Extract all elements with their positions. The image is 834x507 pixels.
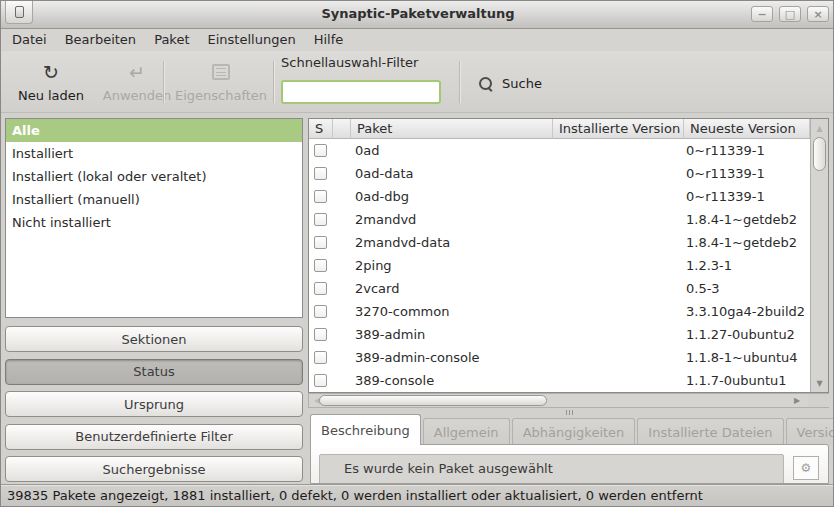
panel-options-button[interactable]: ⚙ (793, 456, 819, 480)
latest-version: 0.5-3 (684, 281, 806, 296)
filter-list-item[interactable]: Nicht installiert (6, 211, 302, 234)
category-button[interactable]: Status (5, 359, 303, 385)
table-row[interactable]: 0ad-dbg 0~r11339-1 (309, 185, 810, 208)
detail-tab[interactable]: Beschreibung (310, 414, 421, 445)
quick-filter-input[interactable] (281, 80, 441, 104)
column-header-blank[interactable] (333, 119, 351, 139)
table-row[interactable]: 2ping 1.2.3-1 (309, 254, 810, 277)
toolbar: ↻ Neu laden ↵ Anwenden Eigenschaften Sch… (1, 51, 834, 113)
package-name: 389-admin-console (351, 350, 553, 365)
column-header-installed-version[interactable]: Installierte Version (553, 119, 684, 139)
table-row[interactable]: 389-admin 1.1.27-0ubuntu2 (309, 323, 810, 346)
table-row[interactable]: 0ad 0~r11339-1 (309, 139, 810, 162)
search-button[interactable]: Suche (465, 64, 556, 102)
latest-version: 0~r11339-1 (684, 143, 806, 158)
latest-version: 1.1.7-0ubuntu1 (684, 373, 806, 388)
detail-tab[interactable]: Installierte Dateien (637, 418, 783, 445)
apply-button[interactable]: ↵ Anwenden (97, 59, 177, 107)
detail-tab[interactable]: Allgemein (423, 418, 510, 445)
package-checkbox[interactable] (314, 167, 327, 180)
window-controls: − □ × (751, 6, 829, 22)
package-checkbox[interactable] (314, 190, 327, 203)
status-cell (309, 305, 351, 318)
status-cell (309, 374, 351, 387)
toolbar-separator (273, 61, 274, 103)
close-button[interactable]: × (807, 6, 829, 22)
titlebar[interactable]: Synaptic-Paketverwaltung − □ × (1, 1, 834, 29)
table-row[interactable]: 2mandvd-data 1.8.4-1~getdeb2 (309, 231, 810, 254)
package-checkbox[interactable] (314, 282, 327, 295)
table-row[interactable]: 389-admin-console 1.1.8-1~ubuntu4 (309, 346, 810, 369)
window-title: Synaptic-Paketverwaltung (1, 6, 834, 21)
package-checkbox[interactable] (314, 213, 327, 226)
scroll-up-icon[interactable]: ▲ (811, 120, 828, 136)
status-summary: 39835 Pakete angezeigt, 1881 installiert… (1, 485, 834, 506)
package-table: S Paket Installierte Version Neueste Ver… (308, 118, 829, 393)
toolbar-separator (163, 61, 164, 103)
maximize-button[interactable]: □ (779, 6, 801, 22)
package-checkbox[interactable] (314, 374, 327, 387)
gear-icon: ⚙ (801, 461, 812, 475)
status-cell (309, 144, 351, 157)
package-checkbox[interactable] (314, 351, 327, 364)
vertical-scrollbar[interactable]: ▲ ▼ (810, 119, 828, 392)
detail-tabs: Beschreibung Allgemein Abhängigkeiten In… (310, 414, 834, 445)
synaptic-window: Synaptic-Paketverwaltung − □ × Datei Bea… (0, 0, 834, 507)
minimize-icon: − (757, 9, 766, 20)
latest-version: 1.8.4-1~getdeb2 (684, 212, 806, 227)
table-row[interactable]: 2vcard 0.5-3 (309, 277, 810, 300)
table-row[interactable]: 389-console 1.1.7-0ubuntu1 (309, 369, 810, 392)
package-name: 389-admin (351, 327, 553, 342)
table-row[interactable]: 0ad-data 0~r11339-1 (309, 162, 810, 185)
category-button[interactable]: Suchergebnisse (5, 456, 303, 482)
column-header-package[interactable]: Paket (351, 119, 553, 139)
menu-item[interactable]: Paket (145, 29, 198, 51)
latest-version: 3.3.10ga4-2build2 (684, 304, 806, 319)
status-cell (309, 259, 351, 272)
minimize-button[interactable]: − (751, 6, 773, 22)
apply-icon: ↵ (129, 61, 145, 83)
toolbar-separator (459, 61, 460, 103)
column-header-status[interactable]: S (309, 119, 333, 139)
filter-list-item[interactable]: Installiert (6, 142, 302, 165)
scroll-right-icon[interactable]: ▶ (790, 394, 804, 407)
menu-item[interactable]: Einstellungen (199, 29, 305, 51)
menubar: Datei Bearbeiten Paket Einstellungen Hil… (1, 29, 834, 51)
package-name: 389-console (351, 373, 553, 388)
search-label: Suche (502, 76, 542, 91)
status-filter-list: Alle Installiert Installiert (lokal oder… (5, 118, 303, 318)
package-checkbox[interactable] (314, 144, 327, 157)
package-checkbox[interactable] (314, 236, 327, 249)
category-button[interactable]: Benutzerdefinierte Filter (5, 424, 303, 450)
horizontal-scrollbar[interactable]: ◀ ▶ (308, 393, 829, 408)
properties-button[interactable]: Eigenschaften (171, 59, 271, 107)
menu-item[interactable]: Datei (3, 29, 56, 51)
menu-item[interactable]: Hilfe (305, 29, 353, 51)
package-checkbox[interactable] (314, 259, 327, 272)
latest-version: 1.1.27-0ubuntu2 (684, 327, 806, 342)
category-button[interactable]: Sektionen (5, 326, 303, 352)
vertical-scrollbar-thumb[interactable] (813, 137, 826, 171)
category-button[interactable]: Ursprung (5, 391, 303, 417)
latest-version: 1.2.3-1 (684, 258, 806, 273)
filter-list-item[interactable]: Installiert (manuell) (6, 188, 302, 211)
detail-tab[interactable]: Abhängigkeiten (512, 418, 636, 445)
statusbar: 39835 Pakete angezeigt, 1881 installiert… (1, 484, 834, 506)
no-selection-message: Es wurde kein Paket ausgewählt (319, 454, 784, 484)
scroll-down-icon[interactable]: ▼ (811, 375, 828, 391)
table-row[interactable]: 3270-common 3.3.10ga4-2build2 (309, 300, 810, 323)
reload-icon: ↻ (43, 61, 59, 83)
scrollbar-corner (808, 394, 829, 407)
filter-list-item[interactable]: Alle (6, 119, 302, 142)
reload-button[interactable]: ↻ Neu laden (9, 59, 93, 107)
detail-tab[interactable]: Versionen (786, 418, 834, 445)
search-icon (479, 77, 492, 90)
package-checkbox[interactable] (314, 328, 327, 341)
column-header-latest-version[interactable]: Neueste Version (684, 119, 810, 139)
package-checkbox[interactable] (314, 305, 327, 318)
horizontal-scrollbar-thumb[interactable] (319, 395, 547, 406)
filter-list-item[interactable]: Installiert (lokal oder veraltet) (6, 165, 302, 188)
status-cell (309, 167, 351, 180)
table-row[interactable]: 2mandvd 1.8.4-1~getdeb2 (309, 208, 810, 231)
menu-item[interactable]: Bearbeiten (56, 29, 145, 51)
